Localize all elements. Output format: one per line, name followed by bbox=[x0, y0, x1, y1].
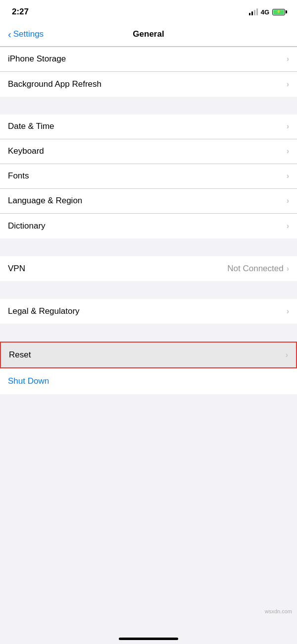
settings-row-language-region[interactable]: Language & Region › bbox=[0, 189, 297, 214]
chevron-right-icon: › bbox=[287, 264, 289, 273]
back-label: Settings bbox=[13, 29, 44, 39]
signal-icon bbox=[249, 8, 258, 15]
chevron-right-icon: › bbox=[287, 55, 289, 63]
row-right-reset: › bbox=[286, 351, 288, 359]
shutdown-row: Shut Down bbox=[0, 368, 297, 394]
row-right-fonts: › bbox=[287, 172, 289, 180]
section-legal: Legal & Regulatory › bbox=[0, 299, 297, 324]
settings-row-reset[interactable]: Reset › bbox=[1, 343, 296, 367]
row-right-date-time: › bbox=[287, 122, 289, 131]
row-label-date-time: Date & Time bbox=[8, 121, 54, 131]
spacer-2 bbox=[0, 238, 297, 256]
vpn-status: Not Connected bbox=[227, 264, 283, 274]
chevron-left-icon: ‹ bbox=[8, 29, 11, 39]
settings-row-dictionary[interactable]: Dictionary › bbox=[0, 214, 297, 238]
settings-row-legal-regulatory[interactable]: Legal & Regulatory › bbox=[0, 299, 297, 324]
row-right-legal-regulatory: › bbox=[287, 307, 289, 316]
row-right-dictionary: › bbox=[287, 222, 289, 231]
row-right-iphone-storage: › bbox=[287, 55, 289, 63]
status-time: 2:27 bbox=[12, 7, 29, 17]
row-right-language-region: › bbox=[287, 196, 289, 205]
row-label-iphone-storage: iPhone Storage bbox=[8, 54, 66, 64]
spacer-3 bbox=[0, 281, 297, 299]
back-button[interactable]: ‹ Settings bbox=[8, 29, 44, 39]
chevron-right-icon: › bbox=[287, 222, 289, 231]
settings-content: iPhone Storage › Background App Refresh … bbox=[0, 47, 297, 414]
row-label-background-app-refresh: Background App Refresh bbox=[8, 79, 101, 89]
chevron-right-icon: › bbox=[287, 172, 289, 180]
network-label: 4G bbox=[261, 8, 269, 16]
row-label-vpn: VPN bbox=[8, 264, 25, 274]
row-label-dictionary: Dictionary bbox=[8, 221, 46, 231]
chevron-right-icon: › bbox=[287, 122, 289, 131]
settings-row-date-time[interactable]: Date & Time › bbox=[0, 115, 297, 139]
shutdown-button[interactable]: Shut Down bbox=[8, 376, 49, 386]
page-title: General bbox=[133, 29, 164, 39]
row-label-language-region: Language & Region bbox=[8, 196, 82, 206]
reset-row-wrapper: Reset › bbox=[0, 342, 297, 368]
row-right-background-app-refresh: › bbox=[287, 80, 289, 89]
row-label-reset: Reset bbox=[9, 350, 31, 360]
section-storage-refresh: iPhone Storage › Background App Refresh … bbox=[0, 47, 297, 97]
chevron-right-icon: › bbox=[287, 307, 289, 316]
watermark: wsxdn.com bbox=[265, 608, 292, 614]
chevron-right-icon: › bbox=[287, 196, 289, 205]
status-icons: 4G ⚡ bbox=[249, 8, 285, 16]
row-right-keyboard: › bbox=[287, 147, 289, 156]
row-label-keyboard: Keyboard bbox=[8, 146, 44, 156]
status-bar: 2:27 4G ⚡ bbox=[0, 0, 297, 22]
chevron-right-icon: › bbox=[287, 80, 289, 89]
settings-row-keyboard[interactable]: Keyboard › bbox=[0, 139, 297, 164]
settings-row-fonts[interactable]: Fonts › bbox=[0, 164, 297, 189]
nav-bar: ‹ Settings General bbox=[0, 22, 297, 47]
section-locale: Date & Time › Keyboard › Fonts › Languag… bbox=[0, 115, 297, 238]
charging-bolt-icon: ⚡ bbox=[276, 10, 281, 14]
row-label-fonts: Fonts bbox=[8, 171, 29, 181]
settings-row-background-app-refresh[interactable]: Background App Refresh › bbox=[0, 72, 297, 97]
row-right-vpn: Not Connected › bbox=[227, 264, 289, 274]
battery-icon: ⚡ bbox=[272, 9, 285, 15]
home-indicator bbox=[119, 638, 178, 640]
chevron-right-icon: › bbox=[286, 351, 288, 359]
spacer-4 bbox=[0, 324, 297, 342]
chevron-right-icon: › bbox=[287, 147, 289, 156]
settings-row-vpn[interactable]: VPN Not Connected › bbox=[0, 256, 297, 281]
settings-row-iphone-storage[interactable]: iPhone Storage › bbox=[0, 47, 297, 72]
row-label-legal-regulatory: Legal & Regulatory bbox=[8, 306, 80, 316]
spacer-1 bbox=[0, 97, 297, 115]
section-vpn: VPN Not Connected › bbox=[0, 256, 297, 281]
